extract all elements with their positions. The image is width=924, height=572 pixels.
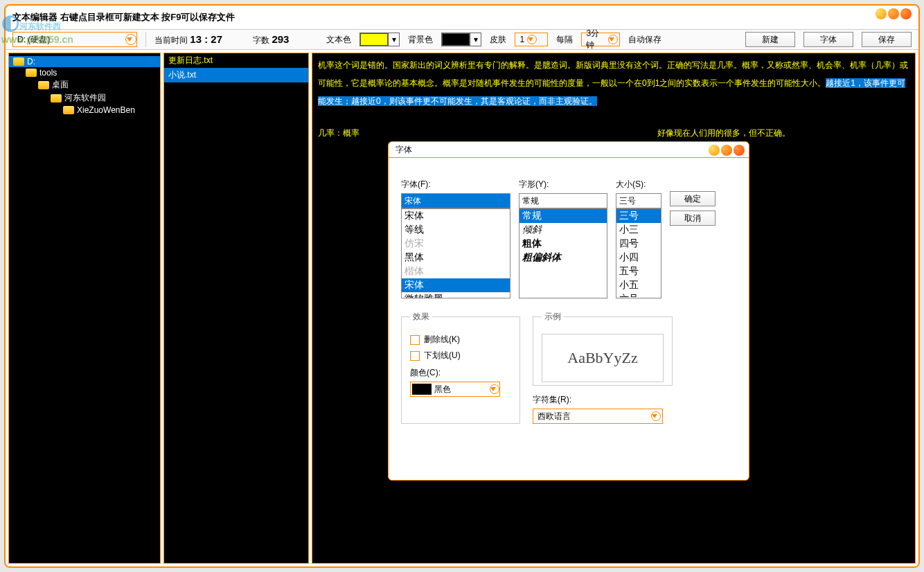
size-field-label: 大小(S): [616,179,661,190]
tree-item[interactable]: 河东软件园 [9,91,160,105]
tree-item[interactable]: tools [9,67,160,78]
dropdown-icon [527,35,537,44]
maximize-icon[interactable] [888,8,899,19]
file-item[interactable]: 小说.txt [164,68,308,82]
dialog-title: 字体 [396,144,412,156]
textcolor-swatch [360,33,388,46]
bgcolor-label: 背景色 [408,34,433,46]
sample-fieldset: 示例 AaBbYyZz [533,311,673,386]
underline-checkbox[interactable]: 下划线(U) [410,350,511,361]
folder-icon [51,94,62,102]
cancel-button[interactable]: 取消 [670,211,716,226]
font-field-label: 字体(F): [401,179,510,190]
list-item[interactable]: 等线 [402,223,510,237]
font-name-input[interactable]: 宋体 [401,193,510,208]
wordcount-value: 293 [272,33,289,45]
list-item[interactable]: 三号 [616,209,661,223]
font-dialog: 字体 字体(F): 宋体 宋体等线仿宋黑体楷体宋体微软雅黑新宋体 字形(Y): … [388,141,749,481]
checkbox-icon [410,351,420,361]
ok-button[interactable]: 确定 [670,191,716,206]
dialog-titlebar: 字体 [389,142,749,157]
list-item[interactable]: 小三 [616,223,661,237]
list-item[interactable]: 楷体 [402,265,510,278]
window-controls [876,8,912,19]
font-button[interactable]: 字体 [803,32,853,47]
interval-label: 每隔 [556,34,573,46]
folder-icon [38,81,49,89]
tree-item[interactable]: XieZuoWenBen [9,105,160,116]
wordcount-label: 字数 [253,35,269,45]
color-select[interactable]: 黑色 [410,382,500,397]
folder-tree[interactable]: D:tools桌面河东软件园XieZuoWenBen [8,53,161,564]
minimize-icon[interactable] [876,8,887,19]
folder-icon [26,69,37,77]
skin-label: 皮肤 [490,34,506,46]
dropdown-icon [608,35,618,44]
dropdown-icon: ▾ [470,33,481,46]
interval-select[interactable]: 3分钟 [581,33,620,46]
list-item[interactable]: 常规 [519,209,607,223]
list-item[interactable]: 六号 [616,292,661,298]
folder-icon [13,57,24,66]
list-item[interactable]: 四号 [616,237,661,251]
bgcolor-swatch [442,33,470,46]
list-item[interactable]: 粗偏斜体 [519,251,607,265]
drive-value: D: (硬盘) [17,34,50,46]
list-item[interactable]: 宋体 [402,209,510,223]
charset-label: 字符集(R): [533,394,673,406]
window-title: 文本编辑器 右键点目录框可新建文本 按F9可以保存文件 [12,11,235,24]
maximize-icon[interactable] [721,145,732,156]
style-listbox[interactable]: 常规倾斜粗体粗偏斜体 [519,208,607,298]
style-field-label: 字形(Y): [519,179,607,190]
size-listbox[interactable]: 三号小三四号小四五号小五六号 [616,208,661,298]
effects-fieldset: 效果 删除线(K) 下划线(U) 颜色(C): 黑色 [401,311,520,424]
dropdown-icon: ▾ [388,33,399,46]
color-swatch [412,384,432,395]
bgcolor-picker[interactable]: ▾ [441,33,481,46]
new-button[interactable]: 新建 [745,32,795,47]
sample-legend: 示例 [542,311,564,323]
list-item[interactable]: 仿宋 [402,237,510,251]
list-item[interactable]: 五号 [616,265,661,278]
charset-select[interactable]: 西欧语言 [533,409,663,424]
size-input[interactable]: 三号 [616,193,661,208]
close-icon[interactable] [734,145,745,156]
list-item[interactable]: 小四 [616,251,661,265]
file-list[interactable]: 更新日志.txt小说.txt [163,53,309,564]
list-item[interactable]: 微软雅黑 [402,292,510,298]
list-item[interactable]: 黑体 [402,251,510,265]
file-item[interactable]: 更新日志.txt [164,53,308,68]
drive-select[interactable]: D: (硬盘) [12,32,137,47]
time-label: 当前时间 [154,35,188,45]
folder-icon [63,106,74,114]
color-field-label: 颜色(C): [410,367,511,379]
dropdown-icon [490,384,499,394]
font-listbox[interactable]: 宋体等线仿宋黑体楷体宋体微软雅黑新宋体 [401,208,510,298]
titlebar: 文本编辑器 右键点目录框可新建文本 按F9可以保存文件 [6,6,918,29]
sample-preview: AaBbYyZz [542,334,664,382]
tree-item[interactable]: 桌面 [9,78,160,91]
list-item[interactable]: 粗体 [519,237,607,251]
editor-paragraph: 机率这个词是错的。国家新出的词义辨析里有专门的解释。是臆造词。新版词典里没有这个… [318,56,909,110]
list-item[interactable]: 小五 [616,278,661,292]
time-value: 13 : 27 [190,33,222,45]
minimize-icon[interactable] [709,145,720,156]
tree-item[interactable]: D: [9,56,160,67]
interval-value: 3分钟 [586,28,605,51]
checkbox-icon [410,335,420,345]
effects-legend: 效果 [410,311,432,323]
toolbar: D: (硬盘) 当前时间 13 : 27 字数 293 文本色 ▾ 背景色 ▾ … [6,29,918,50]
close-icon[interactable] [900,8,912,19]
skin-select[interactable]: 1 [515,33,548,46]
skin-value: 1 [519,35,524,44]
list-item[interactable]: 倾斜 [519,223,607,237]
dropdown-icon [651,411,661,421]
strikethrough-checkbox[interactable]: 删除线(K) [410,334,511,346]
save-button[interactable]: 保存 [862,32,912,47]
list-item[interactable]: 宋体 [402,278,510,292]
textcolor-label: 文本色 [326,34,351,46]
style-input[interactable]: 常规 [519,193,607,208]
autosave-label: 自动保存 [628,34,661,46]
dropdown-icon [125,34,136,45]
textcolor-picker[interactable]: ▾ [359,33,400,46]
